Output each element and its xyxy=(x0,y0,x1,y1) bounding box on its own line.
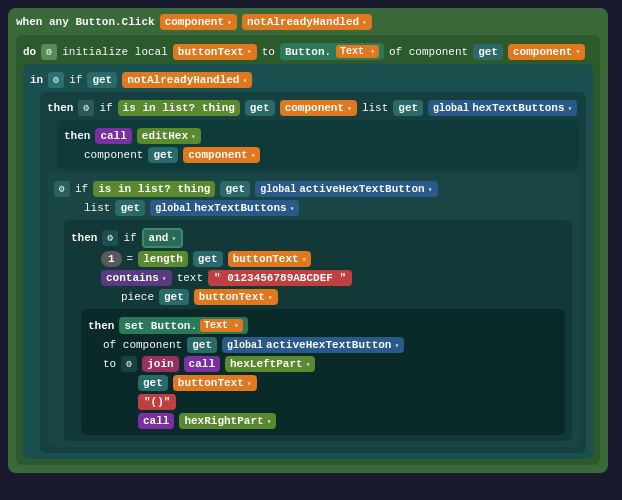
button-text-var[interactable]: buttonText ▾ xyxy=(173,44,257,60)
then2-block: then ⚙ if and ▾ 1 = xyxy=(64,220,572,441)
list-label-1: list xyxy=(362,102,388,114)
text-prop-set[interactable]: Text ▾ xyxy=(200,319,243,332)
edit-hex-args: component get component ▾ xyxy=(84,147,572,163)
contains-row: contains ▾ text " 0123456789ABCDEF " xyxy=(101,270,565,286)
get-btn-text-join[interactable]: get xyxy=(138,375,168,391)
when-label: when any Button.Click xyxy=(16,16,155,28)
global-active-hex-set[interactable]: global activeHexTextButton ▾ xyxy=(222,337,404,353)
btn-text-join-val[interactable]: buttonText ▾ xyxy=(173,375,257,391)
text-label-contains: text xyxy=(177,272,203,284)
join-gear[interactable]: ⚙ xyxy=(121,356,137,372)
global-hex-block[interactable]: global hexTextButtons ▾ xyxy=(428,100,577,116)
when-header: when any Button.Click component ▾ notAlr… xyxy=(16,14,600,30)
piece-label: piece xyxy=(121,291,154,303)
to-label: to xyxy=(262,46,275,58)
if-label2: if xyxy=(99,102,112,114)
component-arg-val[interactable]: component ▾ xyxy=(183,147,260,163)
to-label-set: to xyxy=(103,358,116,370)
init-local-label: initialize local xyxy=(62,46,168,58)
then2-gear[interactable]: ⚙ xyxy=(102,230,118,246)
get-btn-text-2[interactable]: get xyxy=(159,289,189,305)
empty-string-row: "()" xyxy=(138,394,558,410)
get-btn-text-1[interactable]: get xyxy=(193,251,223,267)
set-button-text[interactable]: set Button. Text ▾ xyxy=(119,317,247,334)
then-inner-block: then call editHex ▾ component xyxy=(57,120,579,169)
if2-label: if xyxy=(75,183,88,195)
to-join-row: to ⚙ join call hexLeftPart xyxy=(103,356,558,372)
length-block[interactable]: length xyxy=(138,251,188,267)
hex-right-part-func[interactable]: hexRightPart ▾ xyxy=(179,413,276,429)
hex-text-buttons-2[interactable]: global hexTextButtons ▾ xyxy=(150,200,299,216)
when-block: when any Button.Click component ▾ notAlr… xyxy=(8,8,608,473)
not-already-val[interactable]: notAlreadyHandled ▾ xyxy=(122,72,252,88)
if2-gear[interactable]: ⚙ xyxy=(54,181,70,197)
do-block: do ⚙ initialize local buttonText ▾ to Bu… xyxy=(16,35,600,465)
of-component-row: of component get global activeHexTextBut… xyxy=(103,337,558,353)
then1-gear[interactable]: ⚙ xyxy=(78,100,94,116)
of-component-label: of component xyxy=(389,46,468,58)
list-label-2: list xyxy=(84,202,110,214)
in-block: in ⚙ if get notAlreadyHandled ▾ then xyxy=(23,64,593,459)
hex-chars-string: " 0123456789ABCDEF " xyxy=(208,270,352,286)
in-row: in ⚙ if get notAlreadyHandled ▾ xyxy=(30,72,586,88)
then-block-1: then ⚙ if is in list? thing get componen… xyxy=(40,92,586,453)
then2-row: then ⚙ if and ▾ xyxy=(71,228,565,248)
btn-text-val-2[interactable]: buttonText ▾ xyxy=(194,289,278,305)
then3-row: then set Button. Text ▾ xyxy=(88,317,558,334)
is-in-list-2[interactable]: is in list? thing xyxy=(93,181,215,197)
empty-parens-string: "()" xyxy=(138,394,176,410)
get-not-already-block[interactable]: get xyxy=(87,72,117,88)
in-label: in xyxy=(30,74,43,86)
in-gear[interactable]: ⚙ xyxy=(48,72,64,88)
get-btn-text-join-row: get buttonText ▾ xyxy=(138,375,558,391)
get-comp-arg[interactable]: get xyxy=(148,147,178,163)
then-inner-label: then xyxy=(64,130,90,142)
get-global-1[interactable]: get xyxy=(393,100,423,116)
if3-label: if xyxy=(123,232,136,244)
then3-block: then set Button. Text ▾ xyxy=(81,309,565,435)
hex-left-part-func[interactable]: hexLeftPart ▾ xyxy=(225,356,315,372)
num-1: 1 xyxy=(101,251,122,267)
call-hex-left[interactable]: call xyxy=(184,356,220,372)
is-in-list-block[interactable]: is in list? thing xyxy=(118,100,240,116)
get-component-block[interactable]: get xyxy=(473,44,503,60)
button-property-block[interactable]: Button. Text ▾ xyxy=(280,43,384,60)
then-inner-row: then call editHex ▾ xyxy=(64,128,572,144)
if2-block: ⚙ if is in list? thing get global active… xyxy=(47,173,579,447)
if-label1: if xyxy=(69,74,82,86)
do-row: do ⚙ initialize local buttonText ▾ to Bu… xyxy=(23,43,593,60)
not-already-handled-param[interactable]: notAlreadyHandled ▾ xyxy=(242,14,372,30)
length-row: 1 = length get buttonText ▾ xyxy=(101,251,565,267)
dropdown-arrow: ▾ xyxy=(227,18,232,27)
join-block[interactable]: join xyxy=(142,356,178,372)
then-row-1: then ⚙ if is in list? thing get componen… xyxy=(47,100,579,116)
gear-icon[interactable]: ⚙ xyxy=(41,44,57,60)
call-hex-right-row: call hexRightPart ▾ xyxy=(138,413,558,429)
if2-row: ⚙ if is in list? thing get global active… xyxy=(54,181,572,197)
call-hex-right[interactable]: call xyxy=(138,413,174,429)
main-container: when any Button.Click component ▾ notAlr… xyxy=(0,0,622,500)
get-comp-1[interactable]: get xyxy=(245,100,275,116)
then2-label: then xyxy=(71,232,97,244)
then-label-1: then xyxy=(47,102,73,114)
piece-row: piece get buttonText ▾ xyxy=(121,289,565,305)
do-label: do xyxy=(23,46,36,58)
component-arg-label: component xyxy=(84,149,143,161)
edit-hex-func[interactable]: editHex ▾ xyxy=(137,128,201,144)
get-global-hex2[interactable]: get xyxy=(115,200,145,216)
text-property-dropdown[interactable]: Text ▾ xyxy=(336,45,379,58)
btn-text-val-1[interactable]: buttonText ▾ xyxy=(228,251,312,267)
get-global-active[interactable]: get xyxy=(220,181,250,197)
active-hex-block[interactable]: global activeHexTextButton ▾ xyxy=(255,181,437,197)
dropdown-arrow2: ▾ xyxy=(362,18,367,27)
if2-list-row: list get global hexTextButtons ▾ xyxy=(84,200,572,216)
component-val-block[interactable]: component ▾ xyxy=(508,44,585,60)
contains-block[interactable]: contains ▾ xyxy=(101,270,172,286)
component-param[interactable]: component ▾ xyxy=(160,14,237,30)
and-block[interactable]: and ▾ xyxy=(142,228,184,248)
call-edit-hex[interactable]: call xyxy=(95,128,131,144)
get-active-hex-set[interactable]: get xyxy=(187,337,217,353)
then3-label: then xyxy=(88,320,114,332)
eq-label: = xyxy=(127,253,134,265)
component-block-1[interactable]: component ▾ xyxy=(280,100,357,116)
